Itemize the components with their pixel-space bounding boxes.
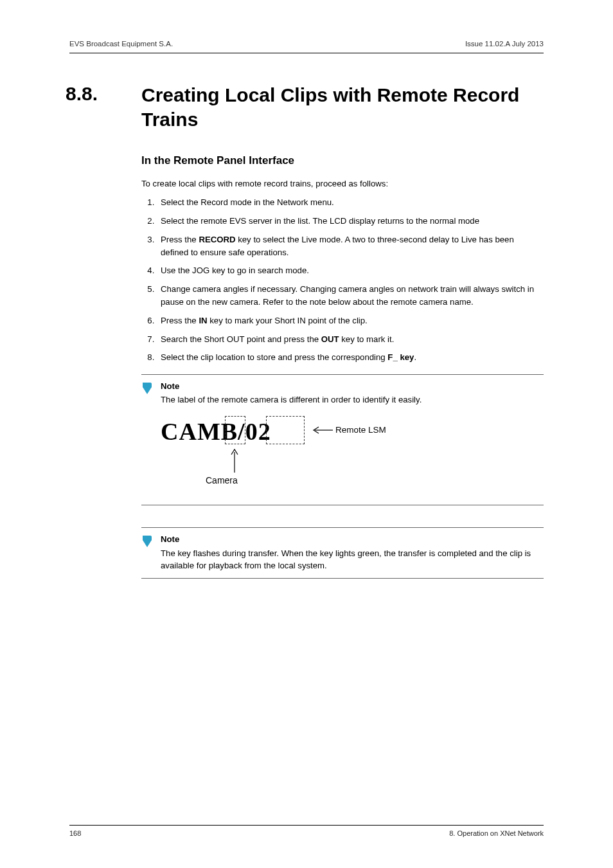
camera-label-diagram: CAMB/02 Remote LSM Camera	[161, 415, 431, 505]
steps-list: Select the Record mode in the Network me…	[157, 196, 544, 364]
section-number: 8.8.	[66, 83, 141, 105]
note-2-inner: Note The key flashes during transfer. Wh…	[141, 528, 544, 577]
step-8: Select the clip location to store and pr…	[157, 351, 544, 364]
footer-row: 168 8. Operation on XNet Network	[69, 829, 544, 837]
header-right: Issue 11.02.A July 2013	[465, 40, 544, 48]
step-3-key: RECORD	[199, 235, 235, 244]
step-4: Use the JOG key to go in search mode.	[157, 264, 544, 277]
step-3: Press the RECORD key to select the Live …	[157, 233, 544, 259]
step-6-pre: Press the	[161, 316, 199, 325]
note-1-text: Note The label of the remote camera is d…	[161, 380, 422, 406]
step-6-post: key to mark your Short IN point of the c…	[208, 316, 368, 325]
camb-text: CAMB/02	[161, 417, 271, 446]
note2-rule-bottom	[141, 578, 544, 579]
note-2-text: Note The key flashes during transfer. Wh…	[161, 533, 544, 571]
step-8-key: F_ key	[387, 352, 414, 362]
step-7-key: OUT	[321, 334, 339, 344]
step-7-post: key to mark it.	[339, 334, 395, 344]
page-header: EVS Broadcast Equipment S.A. Issue 11.02…	[69, 40, 544, 51]
box-letter	[225, 416, 245, 444]
step-7-pre: Search the Short OUT point and press the	[161, 334, 321, 344]
box-number	[266, 416, 305, 444]
step-8-pre: Select the clip location to store and pr…	[161, 352, 387, 362]
intro-paragraph: To create local clips with remote record…	[141, 177, 544, 190]
subsection-heading: In the Remote Panel Interface	[141, 154, 544, 167]
tag-icon	[141, 533, 161, 551]
remote-lsm-callout: Remote LSM	[310, 425, 386, 435]
content-block: In the Remote Panel Interface To create …	[141, 154, 544, 579]
page-number: 168	[69, 829, 81, 837]
camera-label: Camera	[206, 475, 238, 485]
note-1-heading: Note	[161, 380, 422, 392]
arrow-up-icon	[230, 447, 239, 473]
note-1: Note The label of the remote camera is d…	[141, 374, 544, 505]
footer-rule	[69, 825, 544, 826]
step-5: Change camera angles if necessary. Chang…	[157, 283, 544, 309]
section-heading-row: 8.8. Creating Local Clips with Remote Re…	[69, 83, 544, 131]
arrow-left-icon	[310, 426, 333, 435]
step-8-post: .	[414, 352, 416, 362]
note-1-inner: Note The label of the remote camera is d…	[141, 375, 544, 412]
step-6-key: IN	[199, 316, 207, 325]
page-footer: 168 8. Operation on XNet Network	[69, 825, 544, 837]
camera-arrow	[230, 447, 239, 475]
remote-lsm-label: Remote LSM	[335, 425, 386, 435]
step-6: Press the IN key to mark your Short IN p…	[157, 314, 544, 327]
tag-icon	[141, 380, 161, 398]
header-rule	[69, 53, 544, 53]
step-2: Select the remote EVS server in the list…	[157, 215, 544, 228]
note-rule-bottom	[141, 505, 544, 505]
step-1: Select the Record mode in the Network me…	[157, 196, 544, 209]
header-left: EVS Broadcast Equipment S.A.	[69, 40, 173, 48]
step-3-pre: Press the	[161, 235, 199, 244]
note-2-body: The key flashes during transfer. When th…	[161, 548, 531, 570]
note-2: Note The key flashes during transfer. Wh…	[141, 527, 544, 578]
page: EVS Broadcast Equipment S.A. Issue 11.02…	[0, 0, 613, 868]
footer-chapter: 8. Operation on XNet Network	[449, 829, 544, 837]
note-2-heading: Note	[161, 533, 544, 545]
note-1-body: The label of the remote camera is differ…	[161, 395, 422, 404]
step-7: Search the Short OUT point and press the…	[157, 333, 544, 346]
section-title: Creating Local Clips with Remote Record …	[141, 83, 544, 131]
